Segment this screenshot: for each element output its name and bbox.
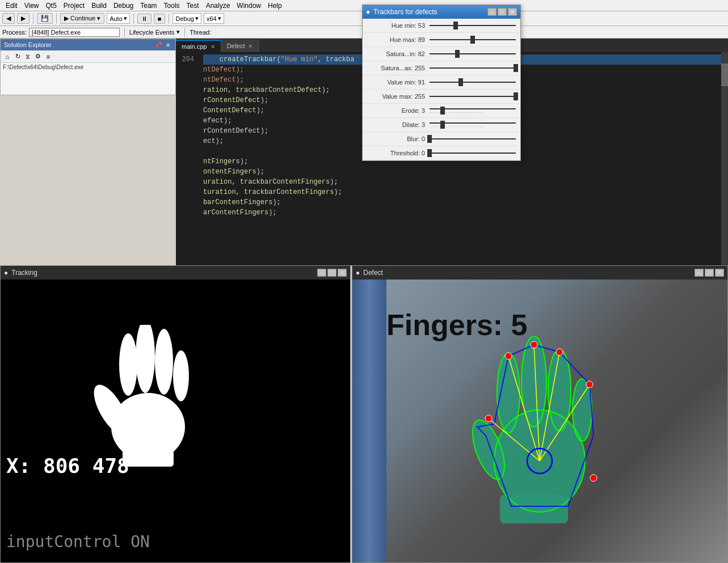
tracking-close-button[interactable]: ✕ xyxy=(338,269,347,277)
back-button[interactable]: ◀ xyxy=(2,13,15,24)
trackbar-row-1: Hue max: 89 xyxy=(363,33,520,47)
svg-rect-6 xyxy=(123,444,174,467)
process-label: Process: xyxy=(2,29,27,36)
trackbar-label-3: Satura...ax: 255 xyxy=(367,65,430,71)
code-line-15: barContentFingers); xyxy=(203,197,723,208)
toolbar-sep-1 xyxy=(33,14,33,24)
trackbar-track-3[interactable] xyxy=(430,64,516,73)
tab-defect[interactable]: Defect ✕ xyxy=(221,40,259,52)
solution-toolbar: ⌂ ↻ ⧖ ⚙ ≡ xyxy=(1,50,175,63)
home-icon[interactable]: ⌂ xyxy=(3,52,12,61)
trackbar-track-5[interactable] xyxy=(430,92,516,101)
trackbar-thumb-0[interactable] xyxy=(453,22,458,29)
pause-button[interactable]: ⏸ xyxy=(137,14,152,24)
trackbars-close-button[interactable]: ✕ xyxy=(508,8,517,16)
trackbar-row-8: Blur: 0 xyxy=(363,132,520,146)
tab-main-cpp[interactable]: main.cpp ✕ xyxy=(176,40,221,52)
trackbar-thumb-6[interactable] xyxy=(440,107,445,115)
toolbar-sep-2 xyxy=(56,14,57,24)
svg-point-4 xyxy=(155,329,173,395)
defect-maximize-button[interactable]: □ xyxy=(705,269,714,277)
trackbar-thumb-4[interactable] xyxy=(458,78,463,86)
defect-content: Fingers: 5 xyxy=(352,280,727,562)
trackbar-track-7[interactable]: ................................ xyxy=(430,120,516,129)
menu-analyze[interactable]: Analyze xyxy=(203,2,234,10)
trackbar-label-6: Erode: 3 xyxy=(367,107,430,114)
stop-button[interactable]: ■ xyxy=(154,14,166,24)
props-icon[interactable]: ≡ xyxy=(44,52,53,61)
defect-titlebar: ● Defect ─ □ ✕ xyxy=(352,266,727,280)
menu-debug[interactable]: Debug xyxy=(110,2,137,10)
trackbar-track-8[interactable] xyxy=(430,134,516,143)
config-dropdown[interactable]: Auto ▾ xyxy=(107,13,130,24)
svg-point-26 xyxy=(505,353,512,359)
filter-icon[interactable]: ⧖ xyxy=(23,52,32,61)
tracking-content: X: 806 478 inputControl ON xyxy=(1,280,350,562)
tracking-maximize-button[interactable]: □ xyxy=(327,269,336,277)
menu-project[interactable]: Project xyxy=(60,2,88,10)
menu-build[interactable]: Build xyxy=(88,2,110,10)
trackbar-track-1[interactable] xyxy=(430,35,516,44)
tab-close-icon[interactable]: ✕ xyxy=(211,44,215,50)
toolbar-sep-4 xyxy=(169,14,169,24)
toolbar-sep-3 xyxy=(133,14,134,24)
trackbar-line-9 xyxy=(430,153,516,154)
menu-help[interactable]: Help xyxy=(264,2,285,10)
trackbar-thumb-7[interactable] xyxy=(440,121,445,129)
debug-dropdown[interactable]: Debug ▾ xyxy=(172,13,201,24)
tracking-window: ● Tracking ─ □ ✕ X: 806 478 i xyxy=(0,265,351,563)
forward-button[interactable]: ▶ xyxy=(17,13,30,24)
continue-button[interactable]: ▶ Continue ▾ xyxy=(60,13,104,24)
menu-test[interactable]: Test xyxy=(183,2,203,10)
menu-window[interactable]: Window xyxy=(233,2,264,10)
tracking-titlebar: ● Tracking ─ □ ✕ xyxy=(1,266,350,280)
trackbar-row-9: Threshold: 0 xyxy=(363,146,520,160)
defect-window: ● Defect ─ □ ✕ Fingers: 5 xyxy=(352,265,728,563)
refresh-icon[interactable]: ↻ xyxy=(13,52,22,61)
scrollbar-thumb[interactable] xyxy=(721,64,728,86)
code-line-16: arContentFingers); xyxy=(203,208,723,218)
menu-view[interactable]: View xyxy=(21,2,43,10)
menu-team[interactable]: Team xyxy=(137,2,160,10)
tracking-minimize-button[interactable]: ─ xyxy=(317,269,326,277)
defect-close-button[interactable]: ✕ xyxy=(715,269,724,277)
trackbar-thumb-3[interactable] xyxy=(514,64,518,72)
settings-icon[interactable]: ⚙ xyxy=(33,52,43,61)
solution-close-icon[interactable]: ✕ xyxy=(164,41,172,49)
trackbar-label-0: Hue min: 53 xyxy=(367,22,430,29)
trackbar-thumb-9[interactable] xyxy=(427,149,432,157)
trackbar-thumb-2[interactable] xyxy=(455,50,460,58)
menu-edit[interactable]: Edit xyxy=(2,2,21,10)
menu-qt5[interactable]: Qt5 xyxy=(42,2,60,10)
blue-pillar xyxy=(352,280,386,562)
trackbar-track-9[interactable] xyxy=(430,149,516,158)
trackbars-minimize-button[interactable]: ─ xyxy=(487,8,496,16)
trackbar-thumb-1[interactable] xyxy=(470,36,475,44)
trackbar-row-7: Dilate: 3...............................… xyxy=(363,118,520,132)
tab-defect-close-icon[interactable]: ✕ xyxy=(248,43,253,49)
trackbar-thumb-8[interactable] xyxy=(427,135,432,143)
trackbars-maximize-button[interactable]: □ xyxy=(498,8,507,16)
trackbar-thumb-5[interactable] xyxy=(514,92,518,100)
trackbar-row-5: Value max: 255 xyxy=(363,90,520,104)
menu-tools[interactable]: Tools xyxy=(161,2,183,10)
save-button[interactable]: 💾 xyxy=(37,13,53,24)
platform-dropdown[interactable]: x64 ▾ xyxy=(204,13,224,24)
trackbars-icon: ● xyxy=(366,8,370,16)
trackbar-row-2: Satura...in: 82 xyxy=(363,47,520,61)
tracking-opencv-icon: ● xyxy=(4,269,8,277)
trackbar-track-6[interactable]: ................................ xyxy=(430,106,516,115)
trackbar-track-2[interactable] xyxy=(430,49,516,58)
trackbar-line-0 xyxy=(430,25,516,26)
defect-minimize-button[interactable]: ─ xyxy=(695,269,704,277)
trackbar-label-2: Satura...in: 82 xyxy=(367,50,430,57)
trackbar-track-0[interactable] xyxy=(430,21,516,30)
pin-icon[interactable]: 📌 xyxy=(154,41,162,49)
trackbar-row-3: Satura...ax: 255 xyxy=(363,61,520,75)
process-dropdown[interactable]: [4848] Defect.exe xyxy=(29,28,120,37)
svg-point-28 xyxy=(556,349,563,355)
trackbar-track-4[interactable] xyxy=(430,78,516,87)
trackbars-title: Trackbars for defects xyxy=(373,8,437,16)
hand-tracking-area xyxy=(455,336,613,540)
vertical-scrollbar[interactable] xyxy=(721,52,728,265)
